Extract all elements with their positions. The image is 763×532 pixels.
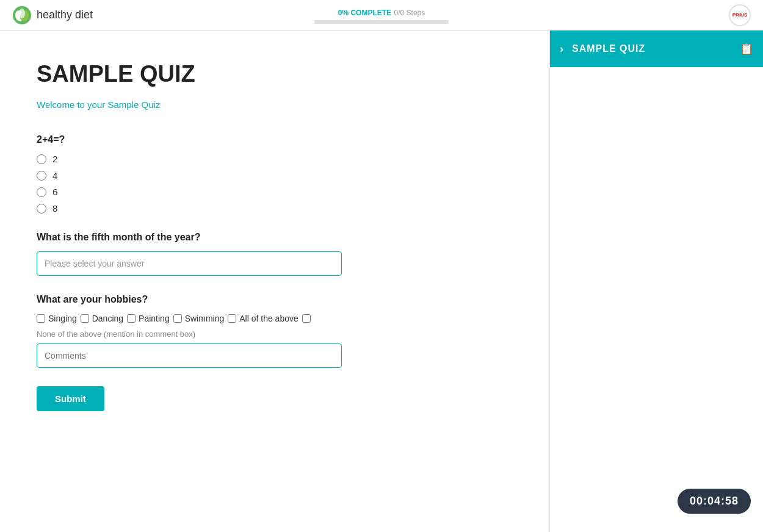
layout: SAMPLE QUIZ Welcome to your Sample Quiz … [0, 31, 763, 532]
header: healthy diet 0% COMPLETE 0/0 Steps PRIUS [0, 0, 763, 31]
checkbox-dancing[interactable]: Dancing [81, 314, 123, 323]
radio-4-label: 4 [52, 170, 57, 181]
page-title: SAMPLE QUIZ [37, 61, 513, 87]
checkbox-swimming-label: Swimming [185, 314, 225, 323]
month-select[interactable]: Please select your answer January Februa… [37, 251, 342, 276]
radio-option-6[interactable]: 6 [37, 187, 513, 197]
radio-6-label: 6 [52, 187, 57, 197]
question-1-text: 2+4=? [37, 134, 513, 145]
welcome-text: Welcome to your Sample Quiz [37, 99, 513, 110]
question-2-block: What is the fifth month of the year? Ple… [37, 232, 513, 276]
avatar[interactable]: PRIUS [729, 4, 751, 26]
sidebar-title: SAMPLE QUIZ [572, 43, 731, 54]
checkbox-all-above-label: All of the above [239, 314, 298, 323]
question-1-block: 2+4=? 2 4 6 8 [37, 134, 513, 214]
checkbox-swimming-input[interactable] [173, 314, 182, 323]
checkbox-all-above[interactable]: All of the above [228, 314, 298, 323]
sidebar-chevron-icon: › [560, 43, 563, 56]
radio-8-label: 8 [52, 203, 57, 214]
checkbox-dancing-label: Dancing [92, 314, 123, 323]
logo: healthy diet [12, 5, 93, 25]
question-3-block: What are your hobbies? Singing Dancing P… [37, 294, 513, 368]
checkbox-all-above-input[interactable] [228, 314, 236, 323]
sidebar-doc-icon: 📋 [740, 42, 753, 56]
svg-point-3 [19, 9, 25, 18]
checkbox-none-above-input[interactable] [302, 314, 311, 323]
sidebar-header[interactable]: › SAMPLE QUIZ 📋 [550, 31, 763, 67]
comments-input[interactable] [37, 343, 342, 368]
checkbox-none-above[interactable] [302, 314, 311, 323]
checkbox-singing-label: Singing [48, 314, 77, 323]
radio-4[interactable] [37, 171, 46, 181]
radio-option-8[interactable]: 8 [37, 203, 513, 214]
progress-bar-container [314, 20, 449, 24]
radio-8[interactable] [37, 204, 46, 214]
radio-option-4[interactable]: 4 [37, 170, 513, 181]
logo-icon [12, 5, 32, 25]
none-above-text: None of the above (mention in comment bo… [37, 329, 513, 339]
timer-badge: 00:04:58 [678, 489, 751, 514]
progress-percent: 0% COMPLETE [338, 9, 391, 17]
question-3-text: What are your hobbies? [37, 294, 513, 305]
radio-option-2[interactable]: 2 [37, 154, 513, 164]
checkbox-painting-input[interactable] [127, 314, 136, 323]
site-title: healthy diet [37, 9, 93, 21]
progress-steps: 0/0 Steps [394, 9, 425, 17]
main-content: SAMPLE QUIZ Welcome to your Sample Quiz … [0, 31, 549, 532]
submit-button[interactable]: Submit [37, 386, 104, 411]
checkbox-painting[interactable]: Painting [127, 314, 170, 323]
radio-2[interactable] [37, 154, 46, 164]
progress-label: 0% COMPLETE 0/0 Steps [314, 7, 449, 18]
checkbox-painting-label: Painting [139, 314, 170, 323]
hobbies-checkboxes-row: Singing Dancing Painting Swimming All of… [37, 314, 513, 323]
checkbox-dancing-input[interactable] [81, 314, 89, 323]
question-2-text: What is the fifth month of the year? [37, 232, 513, 243]
radio-2-label: 2 [52, 154, 57, 164]
checkbox-swimming[interactable]: Swimming [173, 314, 225, 323]
checkbox-singing[interactable]: Singing [37, 314, 77, 323]
progress-section: 0% COMPLETE 0/0 Steps [314, 7, 449, 24]
checkbox-singing-input[interactable] [37, 314, 45, 323]
avatar-text: PRIUS [732, 12, 747, 18]
sidebar: › SAMPLE QUIZ 📋 [549, 31, 763, 532]
radio-6[interactable] [37, 187, 46, 197]
